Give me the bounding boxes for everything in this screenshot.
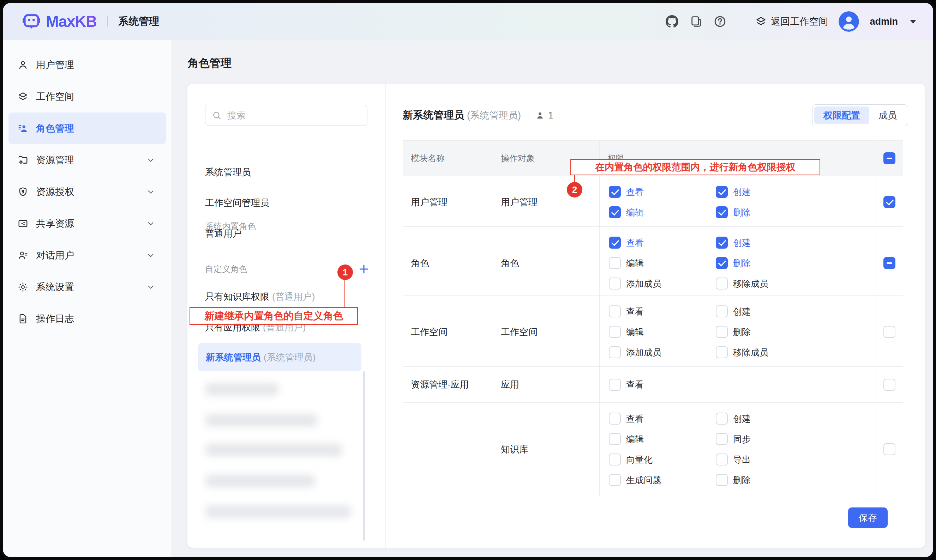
sidebar-item-operation-logs[interactable]: 操作日志 bbox=[8, 303, 166, 335]
permission-checkbox[interactable]: 生成问题 bbox=[609, 474, 716, 486]
sidebar-item-resource-management[interactable]: 资源管理 bbox=[8, 144, 166, 176]
redacted-role-item bbox=[206, 475, 315, 487]
annotation-callout: 新建继承内置角色的自定义角色 bbox=[190, 307, 358, 325]
workspace-switch-icon bbox=[755, 16, 766, 27]
target-cell: 知识库 bbox=[493, 403, 600, 496]
permission-checkbox[interactable]: 查看 bbox=[609, 237, 716, 249]
permission-checkbox[interactable]: 编辑 bbox=[609, 257, 716, 269]
member-count: 1 bbox=[535, 110, 554, 121]
search-input[interactable] bbox=[227, 110, 361, 121]
row-select-checkbox[interactable] bbox=[884, 443, 896, 455]
github-icon[interactable] bbox=[665, 15, 679, 28]
role-list-scrollbar[interactable] bbox=[363, 371, 365, 541]
back-to-workspace-link[interactable]: 返回工作空间 bbox=[755, 15, 828, 28]
docs-icon[interactable] bbox=[689, 15, 703, 28]
page-title: 角色管理 bbox=[188, 56, 231, 71]
sidebar-item-system-settings[interactable]: 系统设置 bbox=[8, 271, 166, 303]
annotation-connector-line bbox=[344, 279, 345, 308]
sidebar-item-workspace[interactable]: 工作空间 bbox=[8, 81, 166, 112]
topbar-divider-2 bbox=[741, 16, 741, 27]
module-cell: 资源管理-应用 bbox=[403, 367, 493, 402]
permission-checkbox[interactable]: 删除 bbox=[716, 206, 876, 218]
permission-checkbox[interactable]: 创建 bbox=[716, 305, 876, 317]
permission-checkbox[interactable]: 同步 bbox=[716, 433, 876, 445]
row-select-checkbox[interactable] bbox=[884, 326, 896, 338]
row-select-checkbox[interactable] bbox=[884, 379, 896, 391]
member-icon bbox=[535, 111, 544, 120]
permission-checkbox[interactable]: 删除 bbox=[716, 474, 876, 486]
help-icon[interactable] bbox=[713, 15, 727, 28]
add-role-button[interactable] bbox=[358, 263, 370, 275]
role-list-item[interactable]: 普通用户 bbox=[205, 218, 375, 249]
topbar-divider bbox=[107, 16, 108, 27]
permission-checkbox[interactable]: 删除 bbox=[716, 257, 876, 269]
sidebar-item-resource-authorization[interactable]: 资源授权 bbox=[8, 176, 166, 208]
table-row: 知识库 查看 创建 编辑 同步 向量化 导出 生成问题 删除 bbox=[403, 403, 903, 489]
annotation-step-badge: 2 bbox=[567, 182, 582, 197]
permission-panel: 新系统管理员 (系统管理员) 1 权限配置 成员 模块名称 操 bbox=[386, 84, 925, 548]
redacted-role-item bbox=[206, 383, 278, 395]
save-button[interactable]: 保存 bbox=[848, 508, 888, 528]
role-icon bbox=[18, 123, 28, 134]
username[interactable]: admin bbox=[870, 16, 898, 27]
permission-checkbox[interactable]: 添加成员 bbox=[609, 346, 716, 358]
sidebar-item-role-management[interactable]: 角色管理 bbox=[8, 112, 166, 144]
sidebar-item-chat-users[interactable]: 对话用户 bbox=[8, 240, 166, 271]
column-header: 模块名称 bbox=[403, 141, 493, 175]
brand: MaxKB bbox=[22, 12, 97, 31]
permission-checkbox[interactable]: 编辑 bbox=[609, 206, 716, 218]
brand-name: MaxKB bbox=[46, 13, 97, 30]
table-row: 工作空间 工作空间 查看 创建 编辑 删除 添加成员 移除成员 bbox=[403, 295, 903, 367]
role-list-item[interactable]: 工作空间管理员 bbox=[205, 188, 375, 218]
sidebar: 用户管理 工作空间 角色管理 资源管理 资源授权 共享资源 对话用户 bbox=[3, 40, 172, 557]
permission-checkbox[interactable]: 查看 bbox=[609, 305, 716, 317]
row-select-checkbox[interactable] bbox=[884, 257, 896, 269]
clipped-table-row bbox=[403, 489, 903, 493]
role-search[interactable] bbox=[205, 105, 367, 126]
permission-checkbox[interactable]: 移除成员 bbox=[716, 346, 876, 358]
tab-members[interactable]: 成员 bbox=[869, 106, 906, 124]
select-all-checkbox[interactable] bbox=[884, 152, 896, 164]
permission-checkbox[interactable]: 查看 bbox=[609, 186, 716, 198]
permission-checkbox[interactable]: 添加成员 bbox=[609, 277, 716, 289]
role-list-item[interactable]: 系统管理员 bbox=[205, 157, 375, 187]
module-cell: 工作空间 bbox=[403, 295, 493, 368]
redacted-role-item bbox=[206, 414, 317, 426]
permission-checkbox[interactable]: 查看 bbox=[609, 412, 716, 425]
permission-checkbox[interactable]: 删除 bbox=[716, 326, 876, 338]
permission-checkbox[interactable]: 创建 bbox=[716, 186, 876, 198]
permission-checkbox[interactable]: 创建 bbox=[716, 412, 876, 425]
role-detail-title: 新系统管理员 bbox=[403, 108, 464, 122]
role-list-item-selected[interactable]: 新系统管理员(系统管理员) bbox=[198, 343, 361, 371]
module-cell: 角色 bbox=[403, 227, 493, 299]
tab-permission-config[interactable]: 权限配置 bbox=[814, 106, 869, 124]
permissions-table: 模块名称 操作对象 权限 用户管理 用户管理 查看 创建 bbox=[403, 140, 903, 493]
content-area: 角色管理 系统内置角色 系统管理员 工作空间管理员 普通用户 自定义角色 只有 bbox=[172, 40, 933, 557]
annotation-callout: 在内置角色的权限范围内，进行新角色权限授权 bbox=[571, 159, 820, 175]
role-detail-header: 新系统管理员 (系统管理员) 1 bbox=[403, 105, 554, 126]
role-management-card: 系统内置角色 系统管理员 工作空间管理员 普通用户 自定义角色 只有知识库权限(… bbox=[187, 84, 925, 548]
avatar[interactable] bbox=[839, 11, 859, 32]
sidebar-item-user-management[interactable]: 用户管理 bbox=[8, 49, 166, 81]
permission-checkbox[interactable]: 移除成员 bbox=[716, 277, 876, 289]
row-select-checkbox[interactable] bbox=[884, 196, 896, 208]
permission-checkbox[interactable]: 向量化 bbox=[609, 454, 716, 466]
sidebar-item-shared-resources[interactable]: 共享资源 bbox=[8, 208, 166, 240]
permission-checkbox[interactable]: 创建 bbox=[716, 237, 876, 249]
chevron-down-icon bbox=[147, 283, 154, 291]
permission-checkbox[interactable]: 编辑 bbox=[609, 326, 716, 338]
user-menu-caret-icon[interactable] bbox=[910, 20, 916, 24]
topbar: MaxKB 系统管理 返回工作空间 bbox=[3, 3, 933, 40]
permission-checkbox[interactable]: 导出 bbox=[716, 454, 876, 466]
permission-checkbox[interactable]: 查看 bbox=[609, 379, 716, 391]
target-cell: 应用 bbox=[493, 367, 600, 402]
permission-checkbox[interactable]: 编辑 bbox=[609, 433, 716, 445]
topbar-right: 返回工作空间 admin bbox=[665, 11, 916, 32]
window-frame: MaxKB 系统管理 返回工作空间 bbox=[0, 0, 936, 560]
redacted-role-item bbox=[206, 444, 342, 456]
role-detail-title-suffix: (系统管理员) bbox=[467, 109, 521, 122]
table-row: 用户管理 用户管理 查看 创建 编辑 删除 bbox=[403, 176, 903, 227]
back-to-workspace-label: 返回工作空间 bbox=[771, 15, 828, 28]
target-cell: 工作空间 bbox=[493, 295, 600, 368]
app-root: MaxKB 系统管理 返回工作空间 bbox=[3, 3, 933, 557]
